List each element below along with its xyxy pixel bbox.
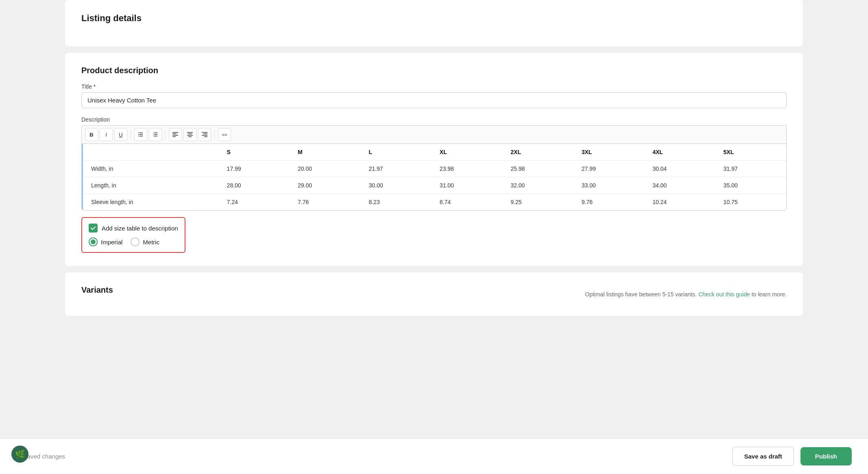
size-table: S M L XL 2XL 3XL 4XL 5XL <box>83 144 786 210</box>
toolbar-separator-3 <box>214 130 215 139</box>
variants-header: Variants Optimal listings have between 5… <box>81 285 787 303</box>
imperial-radio-option[interactable]: Imperial <box>89 237 122 246</box>
table-header-l: L <box>360 144 431 161</box>
variants-title: Variants <box>81 285 113 295</box>
align-right-button[interactable] <box>198 128 211 141</box>
svg-rect-7 <box>154 134 157 135</box>
row-length-4xl: 34.00 <box>644 177 715 194</box>
underline-button[interactable]: U <box>114 128 127 141</box>
svg-rect-1 <box>140 134 143 135</box>
svg-rect-13 <box>172 134 177 135</box>
row-width-xl: 23.98 <box>432 161 502 177</box>
table-header-m: M <box>290 144 360 161</box>
row-label-sleeve: Sleeve length, in <box>83 194 219 211</box>
svg-rect-14 <box>172 135 178 136</box>
row-length-s: 28.00 <box>219 177 290 194</box>
size-table-options-group: Add size table to description Imperial M… <box>81 217 185 253</box>
title-input[interactable] <box>81 92 787 108</box>
svg-rect-16 <box>187 132 193 133</box>
table-header-5xl: 5XL <box>715 144 786 161</box>
code-button[interactable]: <> <box>218 128 231 141</box>
row-length-3xl: 33.00 <box>574 177 644 194</box>
variants-hint: Optimal listings have between 5-15 varia… <box>585 291 787 298</box>
svg-rect-12 <box>172 132 178 133</box>
svg-point-5 <box>138 136 139 137</box>
table-row: Width, in 17.99 20.00 21.97 23.98 25.98 … <box>83 161 786 177</box>
metric-label: Metric <box>143 239 159 246</box>
table-row: Length, in 28.00 29.00 30.00 31.00 32.00… <box>83 177 786 194</box>
svg-rect-20 <box>202 132 207 133</box>
table-header-xl: XL <box>432 144 502 161</box>
description-label: Description <box>81 116 787 123</box>
row-width-3xl: 27.99 <box>574 161 644 177</box>
bottom-bar: Unsaved changes Save as draft Publish <box>0 438 868 474</box>
row-sleeve-3xl: 9.76 <box>574 194 644 211</box>
table-header-3xl: 3XL <box>574 144 644 161</box>
toolbar-separator-1 <box>131 130 131 139</box>
row-width-5xl: 31.97 <box>715 161 786 177</box>
description-editor[interactable]: S M L XL 2XL 3XL 4XL 5XL <box>81 144 787 211</box>
imperial-radio[interactable] <box>89 237 98 246</box>
svg-rect-0 <box>140 133 143 133</box>
svg-rect-22 <box>202 135 207 136</box>
row-sleeve-l: 8.23 <box>360 194 431 211</box>
row-length-l: 30.00 <box>360 177 431 194</box>
imperial-label: Imperial <box>101 239 122 246</box>
metric-radio[interactable] <box>131 237 140 246</box>
row-length-5xl: 35.00 <box>715 177 786 194</box>
imperial-radio-inner <box>91 239 96 244</box>
table-header-4xl: 4XL <box>644 144 715 161</box>
bold-button[interactable]: B <box>85 128 98 141</box>
svg-rect-23 <box>204 137 207 137</box>
title-label: Title * <box>81 83 787 90</box>
product-description-title: Product description <box>81 66 787 75</box>
row-width-m: 20.00 <box>290 161 360 177</box>
table-row: Sleeve length, in 7.24 7.76 8.23 8.74 9.… <box>83 194 786 211</box>
variants-hint-text: Optimal listings have between 5-15 varia… <box>585 291 697 298</box>
italic-button[interactable]: I <box>100 128 113 141</box>
row-width-l: 21.97 <box>360 161 431 177</box>
listing-details-title: Listing details <box>81 13 787 24</box>
publish-button[interactable]: Publish <box>800 447 852 465</box>
row-sleeve-xl: 8.74 <box>432 194 502 211</box>
svg-rect-17 <box>188 134 192 135</box>
svg-point-4 <box>138 134 139 135</box>
align-left-button[interactable] <box>169 128 182 141</box>
variants-card: Variants Optimal listings have between 5… <box>65 272 803 316</box>
toolbar-separator-2 <box>165 130 166 139</box>
variants-guide-link[interactable]: Check out this guide <box>698 291 750 298</box>
description-toolbar: B I U 123 <box>81 125 787 144</box>
svg-rect-6 <box>154 133 157 133</box>
row-length-m: 29.00 <box>290 177 360 194</box>
table-header-empty <box>83 144 219 161</box>
row-length-xl: 31.00 <box>432 177 502 194</box>
row-sleeve-2xl: 9.25 <box>502 194 573 211</box>
avatar-button[interactable]: 🌿 <box>11 446 28 463</box>
row-sleeve-s: 7.24 <box>219 194 290 211</box>
svg-rect-15 <box>172 137 176 137</box>
svg-rect-21 <box>203 134 207 135</box>
table-header-s: S <box>219 144 290 161</box>
row-length-2xl: 32.00 <box>502 177 573 194</box>
add-size-table-label: Add size table to description <box>102 225 178 232</box>
add-size-table-checkbox[interactable] <box>89 224 98 233</box>
metric-radio-option[interactable]: Metric <box>131 237 159 246</box>
save-draft-button[interactable]: Save as draft <box>732 447 794 466</box>
table-header-2xl: 2XL <box>502 144 573 161</box>
ordered-list-button[interactable]: 123 <box>149 128 162 141</box>
row-width-s: 17.99 <box>219 161 290 177</box>
avatar-icon: 🌿 <box>15 449 25 459</box>
unit-radio-group: Imperial Metric <box>89 237 178 246</box>
svg-text:3: 3 <box>153 135 154 137</box>
row-width-2xl: 25.98 <box>502 161 573 177</box>
svg-point-3 <box>138 133 139 133</box>
row-sleeve-m: 7.76 <box>290 194 360 211</box>
add-size-table-row: Add size table to description <box>89 224 178 233</box>
row-sleeve-4xl: 10.24 <box>644 194 715 211</box>
svg-rect-18 <box>187 135 193 136</box>
svg-rect-8 <box>154 136 157 137</box>
unordered-list-button[interactable] <box>134 128 147 141</box>
align-center-button[interactable] <box>183 128 196 141</box>
svg-rect-19 <box>188 137 192 137</box>
row-label-length: Length, in <box>83 177 219 194</box>
